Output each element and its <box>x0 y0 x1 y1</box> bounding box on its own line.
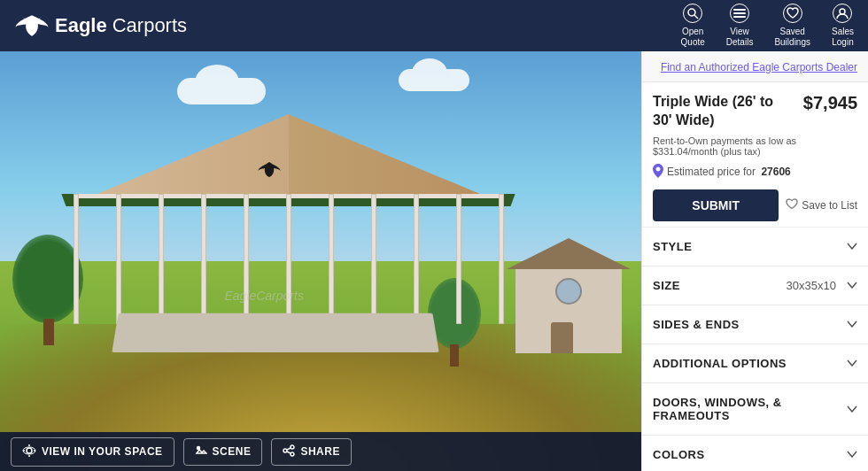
accordion-header-additional-options[interactable]: ADDITIONAL OPTIONS <box>642 344 868 382</box>
chevron-size-icon <box>847 279 857 291</box>
nav-open-quote[interactable]: OpenQuote <box>681 4 705 48</box>
accordion-header-doors-windows[interactable]: DOORS, WINDOWS, & FRAMEOUTS <box>642 383 868 435</box>
chevron-colors-icon <box>847 448 857 460</box>
accordion-header-sides-ends[interactable]: SIDES & ENDS <box>642 305 868 344</box>
share-button[interactable]: SHARE <box>271 438 352 466</box>
building-viewer: EagleCarports VIEW IN YOUR SPACE <box>0 51 641 471</box>
scene-icon <box>195 444 207 459</box>
column-11 <box>499 194 504 324</box>
accordion-title-style: STYLE <box>653 240 692 253</box>
saved-buildings-icon <box>783 4 802 23</box>
svg-rect-2 <box>733 9 746 11</box>
roof-right-panel <box>289 114 491 198</box>
nav-sales-login[interactable]: SalesLogin <box>832 4 854 48</box>
accordion-right-style <box>847 240 857 252</box>
configuration-panel: Find an Authorized Eagle Carports Dealer… <box>641 51 868 471</box>
svg-point-8 <box>197 446 199 449</box>
accordion-right-additional-options <box>847 357 857 369</box>
house-background <box>515 265 622 353</box>
column-4 <box>201 194 206 324</box>
accordion-right-doors-windows <box>847 403 857 415</box>
scene-label: SCENE <box>213 445 252 458</box>
save-to-list-label: Save to List <box>802 199 857 212</box>
accordion-right-sides-ends <box>847 318 857 330</box>
column-1 <box>74 194 79 324</box>
column-3 <box>159 194 164 324</box>
view-in-space-button[interactable]: VIEW IN YOUR SPACE <box>11 437 174 467</box>
column-6 <box>286 194 291 324</box>
location-row: Estimated price for 27606 <box>653 164 857 181</box>
cloud-1 <box>177 78 266 104</box>
action-row: SUBMIT Save to List <box>653 189 857 221</box>
svg-point-5 <box>840 9 845 14</box>
accordion-title-sides-ends: SIDES & ENDS <box>653 318 740 331</box>
heart-icon <box>786 198 798 212</box>
main-content: EagleCarports VIEW IN YOUR SPACE <box>0 51 868 471</box>
building-eagle-logo <box>257 160 282 182</box>
tree-left-trunk <box>43 319 54 345</box>
concrete-pad <box>112 313 439 353</box>
view-in-space-label: VIEW IN YOUR SPACE <box>42 445 163 458</box>
cloud-2 <box>399 69 469 91</box>
nav-sales-login-label: SalesLogin <box>832 27 854 48</box>
accordion-header-size[interactable]: SIZE30x35x10 <box>642 266 868 305</box>
column-9 <box>414 194 419 324</box>
share-icon <box>283 444 295 459</box>
save-to-list-button[interactable]: Save to List <box>786 198 857 212</box>
house-door <box>551 322 573 353</box>
nav-view-details[interactable]: ViewDetails <box>726 4 754 48</box>
svg-point-6 <box>27 448 32 453</box>
nav-open-quote-label: OpenQuote <box>681 27 705 48</box>
carport-structure <box>64 114 513 324</box>
accordion-right-colors <box>847 448 857 460</box>
chevron-additional-options-icon <box>847 357 857 369</box>
header-nav: OpenQuote ViewDetails SavedBuildings <box>681 4 854 48</box>
share-label: SHARE <box>300 445 340 458</box>
column-5 <box>244 194 249 324</box>
nav-saved-buildings[interactable]: SavedBuildings <box>774 4 810 48</box>
view-in-space-icon <box>22 444 36 460</box>
column-7 <box>329 194 334 324</box>
product-title-row: Triple Wide (26' to 30' Wide) $7,945 <box>653 93 857 130</box>
svg-point-0 <box>688 9 695 16</box>
logo-bird-icon <box>14 12 50 39</box>
logo[interactable]: Eagle Carports <box>14 12 187 39</box>
accordion-value-size: 30x35x10 <box>787 279 836 292</box>
chevron-style-icon <box>847 240 857 252</box>
location-icon <box>653 164 663 181</box>
submit-button[interactable]: SUBMIT <box>653 189 779 221</box>
columns <box>74 194 505 324</box>
house-roof <box>507 238 631 269</box>
header: Eagle Carports OpenQuote ViewDetails <box>0 0 868 51</box>
accordion-title-size: SIZE <box>653 279 680 292</box>
chevron-doors-windows-icon <box>847 403 857 415</box>
svg-rect-3 <box>733 12 746 14</box>
column-8 <box>371 194 376 324</box>
accordion-title-doors-windows: DOORS, WINDOWS, & FRAMEOUTS <box>653 396 847 422</box>
nav-saved-buildings-label: SavedBuildings <box>774 27 810 48</box>
chevron-sides-ends-icon <box>847 318 857 330</box>
svg-point-11 <box>291 452 294 456</box>
column-10 <box>456 194 461 324</box>
svg-point-10 <box>283 449 287 452</box>
sales-login-icon <box>833 4 852 23</box>
accordion-header-colors[interactable]: COLORS <box>642 436 868 471</box>
nav-view-details-label: ViewDetails <box>726 27 754 48</box>
logo-eagle-text: Eagle <box>55 14 107 37</box>
accordion: STYLESIZE30x35x10SIDES & ENDSADDITIONAL … <box>642 228 868 471</box>
accordion-header-style[interactable]: STYLE <box>642 228 868 266</box>
column-2 <box>116 194 121 324</box>
svg-point-9 <box>291 445 294 449</box>
product-title: Triple Wide (26' to 30' Wide) <box>653 93 796 130</box>
open-quote-icon <box>683 4 702 23</box>
rent-to-own-text: Rent-to-Own payments as low as $331.04/m… <box>653 135 857 157</box>
logo-carports-text: Carports <box>112 14 187 37</box>
product-header: Triple Wide (26' to 30' Wide) $7,945 Ren… <box>642 82 868 228</box>
roof-left-panel <box>87 114 289 198</box>
svg-line-12 <box>287 448 291 450</box>
svg-line-13 <box>287 452 291 453</box>
scene-button[interactable]: SCENE <box>183 438 263 466</box>
dealer-link-bar: Find an Authorized Eagle Carports Dealer <box>642 51 868 82</box>
dealer-link[interactable]: Find an Authorized Eagle Carports Dealer <box>661 61 857 73</box>
accordion-item-sides-ends: SIDES & ENDS <box>642 305 868 344</box>
